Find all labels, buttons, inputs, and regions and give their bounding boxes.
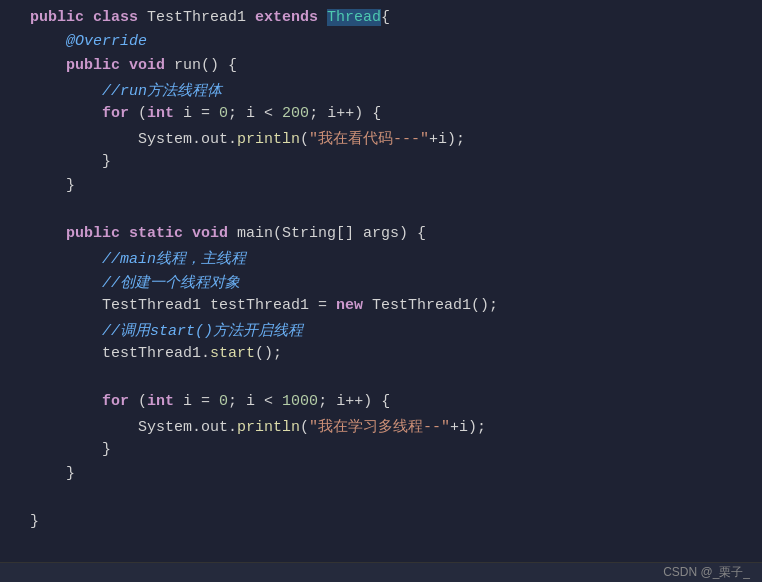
code-token (30, 33, 66, 50)
line-content: //main线程，主线程 (20, 249, 762, 268)
code-token: ( (129, 105, 147, 122)
line-content: TestThread1 testThread1 = new TestThread… (20, 297, 762, 314)
code-line: public class TestThread1 extends Thread{ (0, 8, 762, 32)
line-content: for (int i = 0; i < 200; i++) { (20, 105, 762, 122)
code-token: +i); (429, 131, 465, 148)
code-token: public class (30, 9, 138, 26)
code-token: //run方法线程体 (102, 83, 222, 100)
line-content: System.out.println("我在学习多线程--"+i); (20, 417, 762, 436)
code-token: //调用start()方法开启线程 (102, 323, 303, 340)
code-token: "我在学习多线程--" (309, 419, 450, 436)
code-line: @Override (0, 32, 762, 56)
code-token: 200 (282, 105, 309, 122)
code-token: //main线程，主线程 (102, 251, 246, 268)
code-line: //创建一个线程对象 (0, 272, 762, 296)
code-line: for (int i = 0; i < 1000; i++) { (0, 392, 762, 416)
code-token: 0 (219, 105, 228, 122)
code-token: i = (174, 393, 219, 410)
code-token (30, 105, 102, 122)
code-token: for (102, 393, 129, 410)
code-token: ; i++) { (318, 393, 390, 410)
code-token: public (66, 57, 120, 74)
line-content: System.out.println("我在看代码---"+i); (20, 129, 762, 148)
code-token: System.out. (30, 131, 237, 148)
code-token: for (102, 105, 129, 122)
code-token: } (30, 513, 39, 530)
code-token: i = (174, 105, 219, 122)
line-content: } (20, 177, 762, 194)
code-line: TestThread1 testThread1 = new TestThread… (0, 296, 762, 320)
code-line: //main线程，主线程 (0, 248, 762, 272)
code-token: run() { (165, 57, 237, 74)
code-token: Thread (327, 9, 381, 26)
code-token: System.out. (30, 419, 237, 436)
code-token (30, 83, 102, 100)
code-line: testThread1.start(); (0, 344, 762, 368)
code-token: int (147, 105, 174, 122)
code-token: int (147, 393, 174, 410)
code-line: System.out.println("我在看代码---"+i); (0, 128, 762, 152)
code-token (30, 323, 102, 340)
line-content: testThread1.start(); (20, 345, 762, 362)
line-content: } (20, 441, 762, 458)
code-line: public static void main(String[] args) { (0, 224, 762, 248)
code-token (30, 57, 66, 74)
line-content: public void run() { (20, 57, 762, 74)
footer-bar: CSDN @_栗子_ (0, 562, 762, 582)
code-token: void (192, 225, 228, 242)
code-token: main(String[] args) { (228, 225, 426, 242)
code-line (0, 200, 762, 224)
code-token: //创建一个线程对象 (102, 275, 240, 292)
code-token: 0 (219, 393, 228, 410)
line-content: //调用start()方法开启线程 (20, 321, 762, 340)
code-token: 1000 (282, 393, 318, 410)
code-token: TestThread1 (138, 9, 255, 26)
code-line: } (0, 176, 762, 200)
code-line (0, 488, 762, 512)
code-line: System.out.println("我在学习多线程--"+i); (0, 416, 762, 440)
code-line: public void run() { (0, 56, 762, 80)
code-line: for (int i = 0; i < 200; i++) { (0, 104, 762, 128)
code-token: "我在看代码---" (309, 131, 429, 148)
code-editor: public class TestThread1 extends Thread{… (0, 0, 762, 562)
code-token: ; i < (228, 393, 282, 410)
line-content: public static void main(String[] args) { (20, 225, 762, 242)
line-content: } (20, 153, 762, 170)
code-line (0, 368, 762, 392)
code-line: //调用start()方法开启线程 (0, 320, 762, 344)
code-line: //run方法线程体 (0, 80, 762, 104)
code-token (30, 275, 102, 292)
code-token: public (66, 225, 120, 242)
code-token: ( (129, 393, 147, 410)
code-line: } (0, 464, 762, 488)
code-token: testThread1. (30, 345, 210, 362)
code-token: { (381, 9, 390, 26)
code-token (120, 57, 129, 74)
line-content: @Override (20, 33, 762, 50)
code-token: (); (255, 345, 282, 362)
code-token: println (237, 419, 300, 436)
code-token: ; i < (228, 105, 282, 122)
code-token: extends (255, 9, 318, 26)
code-token: start (210, 345, 255, 362)
code-token: ( (300, 131, 309, 148)
code-token: } (30, 465, 75, 482)
footer-text: CSDN @_栗子_ (663, 564, 750, 581)
code-token: TestThread1(); (363, 297, 498, 314)
code-token: ; i++) { (309, 105, 381, 122)
code-token (30, 225, 66, 242)
code-token: println (237, 131, 300, 148)
line-content: public class TestThread1 extends Thread{ (20, 9, 762, 26)
code-token: } (30, 153, 111, 170)
code-token: +i); (450, 419, 486, 436)
code-line: } (0, 152, 762, 176)
line-content: //run方法线程体 (20, 81, 762, 100)
code-token: static (129, 225, 183, 242)
code-token: } (30, 441, 111, 458)
line-content: for (int i = 0; i < 1000; i++) { (20, 393, 762, 410)
code-token: @Override (66, 33, 147, 50)
code-token (183, 225, 192, 242)
code-line: } (0, 512, 762, 536)
code-token (318, 9, 327, 26)
code-token (30, 393, 102, 410)
